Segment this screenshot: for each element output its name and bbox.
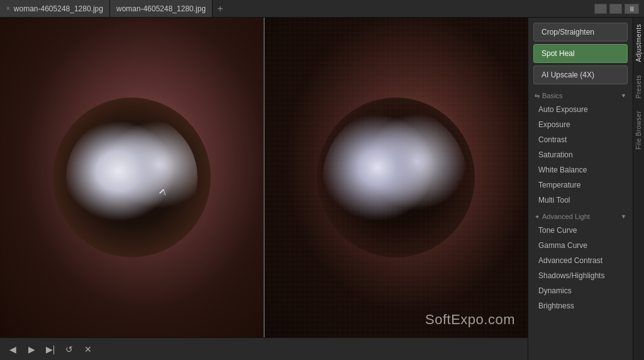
bottom-toolbar: ◀ ▶ ▶| ↺ ✕ <box>0 337 528 360</box>
tools-section: Crop/Straighten Spot Heal AI Upscale (4X… <box>528 18 633 84</box>
advanced-contrast-button[interactable]: Advanced Contrast <box>528 253 633 268</box>
tab-filename: woman-4605248_1280.jpg <box>14 4 103 13</box>
pause-button[interactable]: ⏸ <box>625 4 639 14</box>
crop-straighten-button[interactable]: Crop/Straighten <box>533 23 628 42</box>
nav-next-button[interactable]: ▶ <box>24 342 39 357</box>
advanced-light-label: Advanced Light <box>542 213 590 220</box>
tone-curve-button[interactable]: Tone Curve <box>528 223 633 238</box>
basics-section-header: ⇆ Basics ▼ <box>528 87 633 102</box>
auto-exposure-button[interactable]: Auto Exposure <box>528 102 633 117</box>
adjustments-tab[interactable]: Adjustments <box>633 18 644 69</box>
nav-prev-button[interactable]: ◀ <box>5 342 20 357</box>
spot-heal-button[interactable]: Spot Heal <box>533 44 628 63</box>
inactive-tab-filename: woman-4605248_1280.jpg <box>116 4 206 13</box>
add-tab-button[interactable]: + <box>213 0 228 17</box>
close-icon[interactable]: × <box>6 5 10 12</box>
basics-label: Basics <box>542 92 562 99</box>
left-image-panel[interactable] <box>0 18 265 337</box>
basics-icon: ⇆ <box>535 93 540 99</box>
view-single-button[interactable] <box>594 4 607 14</box>
nav-last-button[interactable]: ▶| <box>43 342 58 357</box>
white-balance-button[interactable]: White Balance <box>528 162 633 177</box>
advanced-light-header: ✦ Advanced Light ▼ <box>528 208 633 223</box>
file-browser-tab[interactable]: File Browser <box>633 104 644 156</box>
image-container: SoftExpo.com <box>0 18 528 337</box>
tab-controls: ⏸ <box>594 4 644 14</box>
advanced-light-chevron-icon: ▼ <box>621 213 626 220</box>
right-eye-image <box>265 18 528 337</box>
presets-tab[interactable]: Presets <box>633 69 644 104</box>
pixel-overlay <box>265 18 528 337</box>
shadows-highlights-button[interactable]: Shadows/Highlights <box>528 268 633 283</box>
right-image-panel[interactable] <box>265 18 528 337</box>
gamma-curve-button[interactable]: Gamma Curve <box>528 238 633 253</box>
active-tab[interactable]: × woman-4605248_1280.jpg <box>0 0 110 17</box>
exposure-button[interactable]: Exposure <box>528 117 633 132</box>
advanced-light-icon: ✦ <box>535 213 540 220</box>
inactive-tab[interactable]: woman-4605248_1280.jpg <box>110 0 213 17</box>
saturation-button[interactable]: Saturation <box>528 147 633 162</box>
contrast-button[interactable]: Contrast <box>528 132 633 147</box>
close-button[interactable]: ✕ <box>80 342 96 357</box>
brightness-button[interactable]: Brightness <box>528 298 633 313</box>
main-container: SoftExpo.com ◀ ▶ ▶| ↺ ✕ Crop/Straighten … <box>0 18 644 360</box>
multi-tool-button[interactable]: Multi Tool <box>528 193 633 208</box>
basics-chevron-icon: ▼ <box>621 93 626 99</box>
svg-rect-1 <box>265 18 528 337</box>
ai-upscale-button[interactable]: AI Upscale (4X) <box>533 65 628 84</box>
temperature-button[interactable]: Temperature <box>528 177 633 193</box>
sidebar-panel: Crop/Straighten Spot Heal AI Upscale (4X… <box>528 18 633 360</box>
sidebar: Crop/Straighten Spot Heal AI Upscale (4X… <box>528 18 644 360</box>
rotate-button[interactable]: ↺ <box>62 342 77 357</box>
dynamics-button[interactable]: Dynamics <box>528 283 633 298</box>
view-split-button[interactable] <box>609 4 622 14</box>
sidebar-vertical-tabs: Adjustments Presets File Browser <box>633 18 644 360</box>
canvas-area: SoftExpo.com ◀ ▶ ▶| ↺ ✕ <box>0 18 528 360</box>
left-eye-image <box>0 18 264 337</box>
tab-bar: × woman-4605248_1280.jpg woman-4605248_1… <box>0 0 644 18</box>
